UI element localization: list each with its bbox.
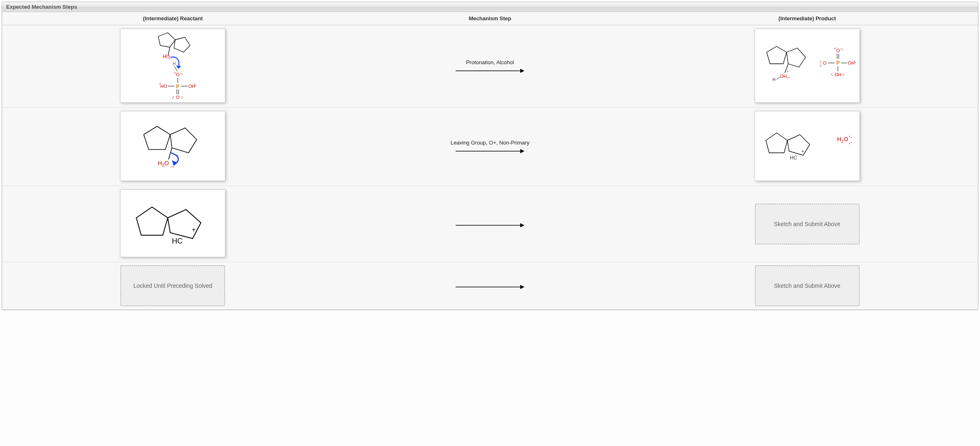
svg-point-88 [851, 142, 852, 143]
structure-product-2: HC + H 2 O [758, 114, 857, 178]
svg-marker-33 [767, 46, 787, 64]
structure-reactant-1: HO H O [123, 31, 222, 100]
svg-point-44 [835, 48, 836, 48]
svg-text:O: O [176, 95, 180, 100]
col-header-product: (Intermediate) Product [636, 12, 978, 25]
svg-marker-77 [520, 149, 524, 153]
svg-point-30 [182, 98, 183, 99]
svg-marker-90 [168, 210, 201, 239]
svg-marker-34 [787, 48, 806, 67]
step-label: Protonation, Alcohol [466, 59, 514, 65]
svg-text:HO: HO [163, 54, 170, 59]
reactant-cell: HC + [2, 186, 344, 262]
product-structure-card[interactable]: HC + H 2 O [755, 111, 860, 181]
svg-marker-0 [158, 33, 175, 47]
svg-point-18 [159, 84, 160, 84]
reactant-cell: H 2 O + [2, 108, 344, 186]
product-cell: OH + H O P [636, 25, 978, 108]
sketch-submit-placeholder[interactable]: Sketch and Submit Above [755, 204, 859, 244]
step-cell [344, 186, 637, 262]
svg-point-55 [820, 65, 821, 65]
svg-text:OH: OH [848, 60, 855, 65]
table-row: HC + [2, 186, 978, 262]
col-header-step: Mechanism Step [344, 12, 637, 25]
mechanism-panel: Expected Mechanism Steps (Intermediate) … [2, 2, 978, 310]
svg-text:O: O [823, 60, 827, 65]
svg-text:HC: HC [790, 155, 797, 161]
svg-point-38 [787, 77, 788, 78]
svg-point-13 [182, 74, 183, 75]
svg-point-4 [169, 58, 170, 59]
svg-text:H: H [158, 160, 162, 166]
svg-point-46 [842, 49, 843, 50]
svg-point-74 [173, 166, 174, 167]
col-header-reactant: (Intermediate) Reactant [2, 12, 344, 25]
structure-product-1: OH + H O P [758, 31, 857, 100]
svg-text:HC: HC [172, 237, 183, 245]
svg-point-39 [789, 77, 789, 78]
svg-marker-79 [787, 135, 810, 155]
sketch-submit-placeholder[interactable]: Sketch and Submit Above [755, 265, 859, 306]
svg-text:O: O [164, 160, 169, 166]
svg-line-7 [174, 66, 177, 71]
svg-point-27 [173, 96, 174, 97]
mechanism-table: (Intermediate) Reactant Mechanism Step (… [2, 12, 978, 310]
arrow-icon [455, 68, 525, 74]
svg-text:P: P [176, 84, 179, 89]
svg-point-10 [174, 73, 175, 74]
svg-text:H: H [173, 62, 176, 66]
svg-point-87 [849, 143, 850, 144]
product-cell: Sketch and Submit Above [636, 186, 978, 262]
svg-text:O: O [844, 136, 848, 142]
svg-point-12 [181, 73, 181, 74]
svg-text:O: O [836, 48, 840, 53]
product-structure-card[interactable]: OH + H O P [755, 29, 860, 103]
svg-text:O: O [176, 72, 180, 77]
placeholder-text: Sketch and Submit Above [774, 282, 840, 289]
svg-point-58 [854, 61, 855, 62]
arrow-icon [455, 148, 525, 154]
svg-text:+: + [787, 70, 789, 74]
svg-point-19 [160, 83, 161, 84]
reactant-cell: Locked Until Preceding Solved [2, 262, 344, 310]
svg-point-62 [832, 75, 833, 76]
svg-marker-66 [144, 126, 170, 149]
table-row: Locked Until Preceding Solved [2, 262, 978, 310]
svg-point-29 [181, 96, 182, 97]
svg-point-65 [843, 74, 844, 75]
table-row: HO H O [2, 25, 978, 108]
reactant-structure-card[interactable]: HO H O [120, 29, 225, 103]
structure-reactant-2: H 2 O + [123, 114, 222, 178]
svg-line-68 [169, 148, 172, 159]
svg-point-85 [849, 136, 850, 137]
structure-reactant-3: HC + [123, 192, 222, 254]
step-cell [344, 262, 637, 310]
svg-text:+: + [801, 149, 804, 154]
svg-marker-94 [520, 223, 524, 227]
svg-point-43 [834, 48, 835, 49]
svg-point-54 [821, 66, 821, 67]
svg-marker-78 [766, 133, 787, 153]
svg-point-53 [820, 62, 821, 63]
svg-point-64 [842, 75, 843, 76]
svg-point-45 [841, 48, 842, 49]
svg-marker-67 [170, 128, 197, 153]
arrow-icon [455, 222, 525, 228]
svg-point-11 [175, 72, 176, 73]
svg-line-41 [777, 77, 780, 80]
svg-point-63 [831, 74, 832, 75]
svg-point-28 [172, 98, 173, 99]
reactant-structure-card[interactable]: HC + [120, 189, 225, 257]
svg-point-59 [855, 62, 856, 63]
reactant-cell: HO H O [2, 25, 344, 108]
svg-text:OH: OH [835, 72, 842, 77]
product-cell: Sketch and Submit Above [636, 262, 978, 310]
product-cell: HC + H 2 O [636, 108, 978, 186]
step-cell: Protonation, Alcohol [344, 25, 637, 108]
svg-point-73 [171, 166, 171, 167]
svg-text:+: + [192, 226, 196, 233]
svg-point-86 [851, 137, 852, 138]
reactant-structure-card[interactable]: H 2 O + [120, 111, 225, 181]
svg-text:H: H [837, 136, 841, 142]
svg-text:H: H [772, 77, 775, 82]
